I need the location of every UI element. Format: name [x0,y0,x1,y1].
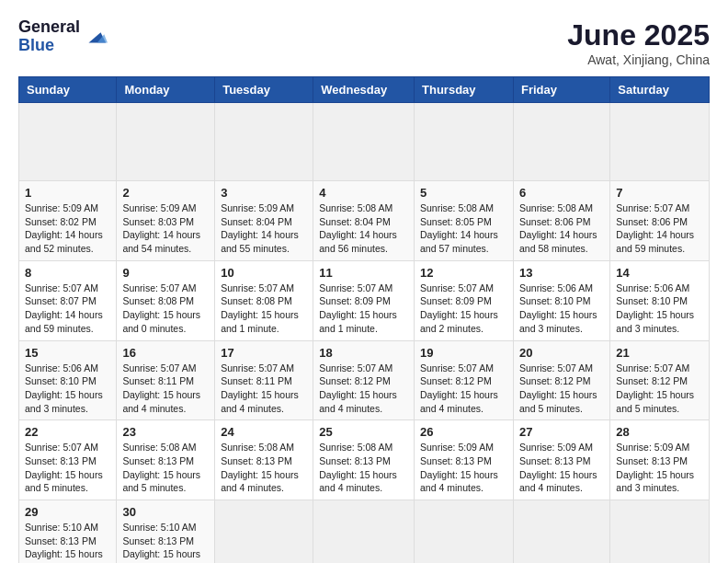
day-info: Sunrise: 5:08 AMSunset: 8:13 PMDaylight:… [221,441,307,495]
col-tuesday: Tuesday [215,77,313,103]
day-info: Sunrise: 5:08 AMSunset: 8:05 PMDaylight:… [420,201,507,256]
col-sunday: Sunday [19,77,117,103]
day-info: Sunrise: 5:07 AMSunset: 8:12 PMDaylight:… [420,362,507,416]
table-row: 20Sunrise: 5:07 AMSunset: 8:12 PMDayligh… [513,340,609,420]
col-wednesday: Wednesday [313,77,415,103]
table-row: 11Sunrise: 5:07 AMSunset: 8:09 PMDayligh… [313,260,415,340]
table-row [215,103,313,181]
page-header: General Blue June 2025 Awat, Xinjiang, C… [18,18,710,67]
logo-blue: Blue [18,37,80,55]
calendar-table: Sunday Monday Tuesday Wednesday Thursday… [18,76,710,563]
table-row: 27Sunrise: 5:09 AMSunset: 8:13 PMDayligh… [513,420,609,500]
day-number: 1 [25,186,110,200]
table-row: 7Sunrise: 5:07 AMSunset: 8:06 PMDaylight… [610,181,710,261]
table-row: 3Sunrise: 5:09 AMSunset: 8:04 PMDaylight… [215,181,313,261]
day-info: Sunrise: 5:08 AMSunset: 8:04 PMDaylight:… [319,201,408,256]
day-info: Sunrise: 5:07 AMSunset: 8:12 PMDaylight:… [319,362,408,416]
day-number: 10 [221,266,307,280]
table-row: 29Sunrise: 5:10 AMSunset: 8:13 PMDayligh… [19,500,117,564]
table-row: 25Sunrise: 5:08 AMSunset: 8:13 PMDayligh… [313,420,415,500]
day-info: Sunrise: 5:09 AMSunset: 8:04 PMDaylight:… [221,201,307,256]
col-monday: Monday [117,77,215,103]
table-row [415,500,514,564]
table-row: 1Sunrise: 5:09 AMSunset: 8:02 PMDaylight… [19,181,117,261]
table-row: 10Sunrise: 5:07 AMSunset: 8:08 PMDayligh… [215,260,313,340]
day-info: Sunrise: 5:08 AMSunset: 8:06 PMDaylight:… [519,201,604,256]
table-row: 9Sunrise: 5:07 AMSunset: 8:08 PMDaylight… [117,260,215,340]
day-number: 30 [122,505,209,519]
logo-icon [82,24,108,50]
table-row: 24Sunrise: 5:08 AMSunset: 8:13 PMDayligh… [215,420,313,500]
table-row [513,103,609,181]
table-row: 4Sunrise: 5:08 AMSunset: 8:04 PMDaylight… [313,181,415,261]
day-info: Sunrise: 5:06 AMSunset: 8:10 PMDaylight:… [519,282,604,336]
col-friday: Friday [513,77,609,103]
day-number: 22 [25,425,110,439]
table-row: 16Sunrise: 5:07 AMSunset: 8:11 PMDayligh… [117,340,215,420]
table-row: 13Sunrise: 5:06 AMSunset: 8:10 PMDayligh… [513,260,609,340]
day-info: Sunrise: 5:07 AMSunset: 8:11 PMDaylight:… [122,362,209,416]
table-row: 8Sunrise: 5:07 AMSunset: 8:07 PMDaylight… [19,260,117,340]
day-number: 26 [420,425,507,439]
day-number: 5 [420,186,507,200]
table-row: 26Sunrise: 5:09 AMSunset: 8:13 PMDayligh… [415,420,514,500]
day-info: Sunrise: 5:07 AMSunset: 8:08 PMDaylight:… [122,282,209,336]
table-row: 6Sunrise: 5:08 AMSunset: 8:06 PMDaylight… [513,181,609,261]
table-row [117,103,215,181]
day-number: 29 [25,505,110,519]
table-row: 15Sunrise: 5:06 AMSunset: 8:10 PMDayligh… [19,340,117,420]
day-info: Sunrise: 5:07 AMSunset: 8:12 PMDaylight:… [519,362,604,416]
table-row: 14Sunrise: 5:06 AMSunset: 8:10 PMDayligh… [610,260,710,340]
table-row [215,500,313,564]
day-number: 14 [616,266,703,280]
calendar-week-row [19,103,710,181]
day-info: Sunrise: 5:09 AMSunset: 8:03 PMDaylight:… [122,201,209,256]
day-info: Sunrise: 5:07 AMSunset: 8:13 PMDaylight:… [25,441,110,495]
day-number: 8 [25,266,110,280]
day-number: 19 [420,346,507,360]
table-row: 19Sunrise: 5:07 AMSunset: 8:12 PMDayligh… [415,340,514,420]
col-thursday: Thursday [415,77,514,103]
day-info: Sunrise: 5:07 AMSunset: 8:06 PMDaylight:… [616,201,703,256]
day-info: Sunrise: 5:09 AMSunset: 8:13 PMDaylight:… [420,441,507,495]
day-number: 2 [122,186,209,200]
table-row: 21Sunrise: 5:07 AMSunset: 8:12 PMDayligh… [610,340,710,420]
day-number: 17 [221,346,307,360]
day-info: Sunrise: 5:06 AMSunset: 8:10 PMDaylight:… [616,282,703,336]
day-info: Sunrise: 5:08 AMSunset: 8:13 PMDaylight:… [122,441,209,495]
table-row: 30Sunrise: 5:10 AMSunset: 8:13 PMDayligh… [117,500,215,564]
day-info: Sunrise: 5:07 AMSunset: 8:11 PMDaylight:… [221,362,307,416]
day-info: Sunrise: 5:07 AMSunset: 8:08 PMDaylight:… [221,282,307,336]
table-row [19,103,117,181]
table-row: 2Sunrise: 5:09 AMSunset: 8:03 PMDaylight… [117,181,215,261]
calendar-week-row: 1Sunrise: 5:09 AMSunset: 8:02 PMDaylight… [19,181,710,261]
table-row: 17Sunrise: 5:07 AMSunset: 8:11 PMDayligh… [215,340,313,420]
day-info: Sunrise: 5:09 AMSunset: 8:13 PMDaylight:… [519,441,604,495]
day-number: 25 [319,425,408,439]
table-row: 28Sunrise: 5:09 AMSunset: 8:13 PMDayligh… [610,420,710,500]
table-row [313,500,415,564]
calendar-week-row: 22Sunrise: 5:07 AMSunset: 8:13 PMDayligh… [19,420,710,500]
day-info: Sunrise: 5:07 AMSunset: 8:09 PMDaylight:… [319,282,408,336]
day-number: 11 [319,266,408,280]
day-number: 18 [319,346,408,360]
logo-text: General Blue [18,18,80,55]
day-number: 4 [319,186,408,200]
table-row: 12Sunrise: 5:07 AMSunset: 8:09 PMDayligh… [415,260,514,340]
day-number: 12 [420,266,507,280]
table-row: 22Sunrise: 5:07 AMSunset: 8:13 PMDayligh… [19,420,117,500]
table-row [513,500,609,564]
table-row [313,103,415,181]
day-info: Sunrise: 5:09 AMSunset: 8:13 PMDaylight:… [616,441,703,495]
table-row [415,103,514,181]
day-info: Sunrise: 5:06 AMSunset: 8:10 PMDaylight:… [25,362,110,416]
table-row: 18Sunrise: 5:07 AMSunset: 8:12 PMDayligh… [313,340,415,420]
col-saturday: Saturday [610,77,710,103]
day-number: 23 [122,425,209,439]
day-info: Sunrise: 5:10 AMSunset: 8:13 PMDaylight:… [25,521,110,563]
day-info: Sunrise: 5:09 AMSunset: 8:02 PMDaylight:… [25,201,110,256]
day-number: 7 [616,186,703,200]
day-number: 15 [25,346,110,360]
logo: General Blue [18,18,108,55]
day-info: Sunrise: 5:07 AMSunset: 8:07 PMDaylight:… [25,282,110,336]
